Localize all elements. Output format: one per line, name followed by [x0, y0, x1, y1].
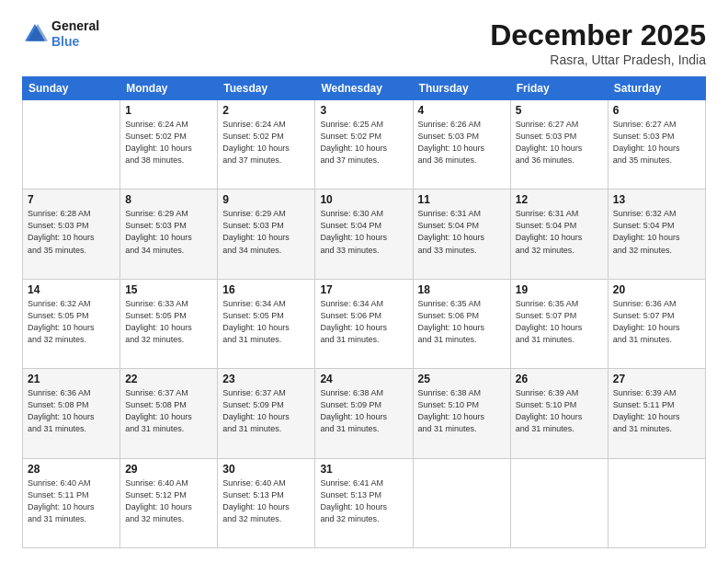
day-info: Sunrise: 6:36 AM Sunset: 5:07 PM Dayligh…: [613, 298, 700, 346]
calendar-cell: 9Sunrise: 6:29 AM Sunset: 5:03 PM Daylig…: [218, 190, 315, 279]
calendar-cell: 16Sunrise: 6:34 AM Sunset: 5:05 PM Dayli…: [218, 279, 315, 368]
calendar-cell: 17Sunrise: 6:34 AM Sunset: 5:06 PM Dayli…: [315, 279, 413, 368]
logo-line2: Blue: [51, 34, 99, 50]
calendar-cell: 4Sunrise: 6:26 AM Sunset: 5:03 PM Daylig…: [413, 100, 510, 190]
calendar-cell: 14Sunrise: 6:32 AM Sunset: 5:05 PM Dayli…: [23, 279, 120, 368]
calendar-cell: 18Sunrise: 6:35 AM Sunset: 5:06 PM Dayli…: [413, 279, 510, 368]
day-info: Sunrise: 6:24 AM Sunset: 5:02 PM Dayligh…: [222, 119, 310, 167]
calendar-cell: 5Sunrise: 6:27 AM Sunset: 5:03 PM Daylig…: [510, 100, 608, 190]
day-number: 31: [320, 463, 407, 476]
calendar-cell: 31Sunrise: 6:41 AM Sunset: 5:13 PM Dayli…: [315, 458, 413, 547]
weekday-header-row: Sunday Monday Tuesday Wednesday Thursday…: [23, 77, 706, 100]
logo-line1: General: [51, 18, 99, 34]
month-title: December 2025: [490, 18, 706, 52]
calendar-cell: 6Sunrise: 6:27 AM Sunset: 5:03 PM Daylig…: [608, 100, 705, 190]
calendar-cell: 23Sunrise: 6:37 AM Sunset: 5:09 PM Dayli…: [218, 369, 315, 458]
calendar-cell: 21Sunrise: 6:36 AM Sunset: 5:08 PM Dayli…: [23, 369, 120, 458]
header-wednesday: Wednesday: [315, 77, 413, 100]
calendar-week-2: 7Sunrise: 6:28 AM Sunset: 5:03 PM Daylig…: [23, 190, 706, 279]
calendar-cell: 29Sunrise: 6:40 AM Sunset: 5:12 PM Dayli…: [120, 458, 218, 547]
day-info: Sunrise: 6:29 AM Sunset: 5:03 PM Dayligh…: [125, 208, 212, 256]
calendar-cell: 8Sunrise: 6:29 AM Sunset: 5:03 PM Daylig…: [120, 190, 218, 279]
day-number: 16: [222, 283, 310, 296]
day-number: 1: [125, 104, 212, 117]
day-info: Sunrise: 6:40 AM Sunset: 5:11 PM Dayligh…: [28, 477, 115, 525]
day-info: Sunrise: 6:27 AM Sunset: 5:03 PM Dayligh…: [613, 119, 700, 167]
day-info: Sunrise: 6:24 AM Sunset: 5:02 PM Dayligh…: [125, 119, 212, 167]
day-info: Sunrise: 6:27 AM Sunset: 5:03 PM Dayligh…: [516, 119, 603, 167]
day-info: Sunrise: 6:35 AM Sunset: 5:06 PM Dayligh…: [418, 298, 506, 346]
day-info: Sunrise: 6:32 AM Sunset: 5:05 PM Dayligh…: [28, 298, 115, 346]
calendar-cell: 27Sunrise: 6:39 AM Sunset: 5:11 PM Dayli…: [608, 369, 705, 458]
day-number: 19: [516, 283, 603, 296]
day-number: 14: [28, 283, 115, 296]
day-number: 15: [125, 283, 212, 296]
day-number: 18: [418, 283, 506, 296]
day-info: Sunrise: 6:26 AM Sunset: 5:03 PM Dayligh…: [418, 119, 506, 167]
day-info: Sunrise: 6:38 AM Sunset: 5:10 PM Dayligh…: [418, 387, 506, 435]
day-info: Sunrise: 6:32 AM Sunset: 5:04 PM Dayligh…: [613, 208, 700, 256]
calendar-cell: 13Sunrise: 6:32 AM Sunset: 5:04 PM Dayli…: [608, 190, 705, 279]
calendar-cell: 2Sunrise: 6:24 AM Sunset: 5:02 PM Daylig…: [218, 100, 315, 190]
day-number: 11: [418, 193, 506, 206]
calendar-cell: 7Sunrise: 6:28 AM Sunset: 5:03 PM Daylig…: [23, 190, 120, 279]
day-info: Sunrise: 6:39 AM Sunset: 5:10 PM Dayligh…: [516, 387, 603, 435]
calendar-week-1: 1Sunrise: 6:24 AM Sunset: 5:02 PM Daylig…: [23, 100, 706, 190]
day-info: Sunrise: 6:40 AM Sunset: 5:13 PM Dayligh…: [222, 477, 310, 525]
day-number: 24: [320, 373, 407, 385]
day-info: Sunrise: 6:31 AM Sunset: 5:04 PM Dayligh…: [418, 208, 506, 256]
calendar-cell: 15Sunrise: 6:33 AM Sunset: 5:05 PM Dayli…: [120, 279, 218, 368]
day-number: 20: [613, 283, 700, 296]
day-number: 12: [516, 193, 603, 206]
logo-icon: [22, 21, 48, 47]
day-number: 6: [613, 104, 700, 117]
calendar-cell: [23, 100, 120, 190]
day-info: Sunrise: 6:36 AM Sunset: 5:08 PM Dayligh…: [28, 387, 115, 435]
day-number: 3: [320, 104, 407, 117]
day-info: Sunrise: 6:37 AM Sunset: 5:08 PM Dayligh…: [125, 387, 212, 435]
day-number: 23: [222, 373, 310, 385]
day-info: Sunrise: 6:34 AM Sunset: 5:05 PM Dayligh…: [222, 298, 310, 346]
calendar-week-4: 21Sunrise: 6:36 AM Sunset: 5:08 PM Dayli…: [23, 369, 706, 458]
calendar-week-3: 14Sunrise: 6:32 AM Sunset: 5:05 PM Dayli…: [23, 279, 706, 368]
day-number: 4: [418, 104, 506, 117]
day-info: Sunrise: 6:34 AM Sunset: 5:06 PM Dayligh…: [320, 298, 407, 346]
day-number: 27: [613, 373, 700, 385]
day-info: Sunrise: 6:31 AM Sunset: 5:04 PM Dayligh…: [516, 208, 603, 256]
calendar-cell: [413, 458, 510, 547]
calendar-cell: 26Sunrise: 6:39 AM Sunset: 5:10 PM Dayli…: [510, 369, 608, 458]
day-info: Sunrise: 6:37 AM Sunset: 5:09 PM Dayligh…: [222, 387, 310, 435]
day-info: Sunrise: 6:39 AM Sunset: 5:11 PM Dayligh…: [613, 387, 700, 435]
calendar-cell: 25Sunrise: 6:38 AM Sunset: 5:10 PM Dayli…: [413, 369, 510, 458]
header-saturday: Saturday: [608, 77, 705, 100]
day-number: 9: [222, 193, 310, 206]
calendar-cell: [608, 458, 705, 547]
calendar-cell: 22Sunrise: 6:37 AM Sunset: 5:08 PM Dayli…: [120, 369, 218, 458]
header-thursday: Thursday: [413, 77, 510, 100]
calendar-cell: 1Sunrise: 6:24 AM Sunset: 5:02 PM Daylig…: [120, 100, 218, 190]
day-number: 25: [418, 373, 506, 385]
title-block: December 2025 Rasra, Uttar Pradesh, Indi…: [490, 18, 706, 67]
day-info: Sunrise: 6:35 AM Sunset: 5:07 PM Dayligh…: [516, 298, 603, 346]
calendar-cell: 12Sunrise: 6:31 AM Sunset: 5:04 PM Dayli…: [510, 190, 608, 279]
day-number: 13: [613, 193, 700, 206]
day-number: 28: [28, 463, 115, 476]
day-info: Sunrise: 6:29 AM Sunset: 5:03 PM Dayligh…: [222, 208, 310, 256]
calendar-cell: 24Sunrise: 6:38 AM Sunset: 5:09 PM Dayli…: [315, 369, 413, 458]
logo: General Blue: [22, 18, 99, 50]
calendar-cell: 19Sunrise: 6:35 AM Sunset: 5:07 PM Dayli…: [510, 279, 608, 368]
header-friday: Friday: [510, 77, 608, 100]
header-sunday: Sunday: [23, 77, 120, 100]
day-number: 10: [320, 193, 407, 206]
day-number: 8: [125, 193, 212, 206]
day-number: 5: [516, 104, 603, 117]
location: Rasra, Uttar Pradesh, India: [490, 52, 706, 67]
page: General Blue December 2025 Rasra, Uttar …: [0, 0, 728, 563]
calendar-cell: 28Sunrise: 6:40 AM Sunset: 5:11 PM Dayli…: [23, 458, 120, 547]
day-info: Sunrise: 6:33 AM Sunset: 5:05 PM Dayligh…: [125, 298, 212, 346]
day-number: 30: [222, 463, 310, 476]
calendar-week-5: 28Sunrise: 6:40 AM Sunset: 5:11 PM Dayli…: [23, 458, 706, 547]
day-number: 26: [516, 373, 603, 385]
day-info: Sunrise: 6:30 AM Sunset: 5:04 PM Dayligh…: [320, 208, 407, 256]
day-number: 17: [320, 283, 407, 296]
